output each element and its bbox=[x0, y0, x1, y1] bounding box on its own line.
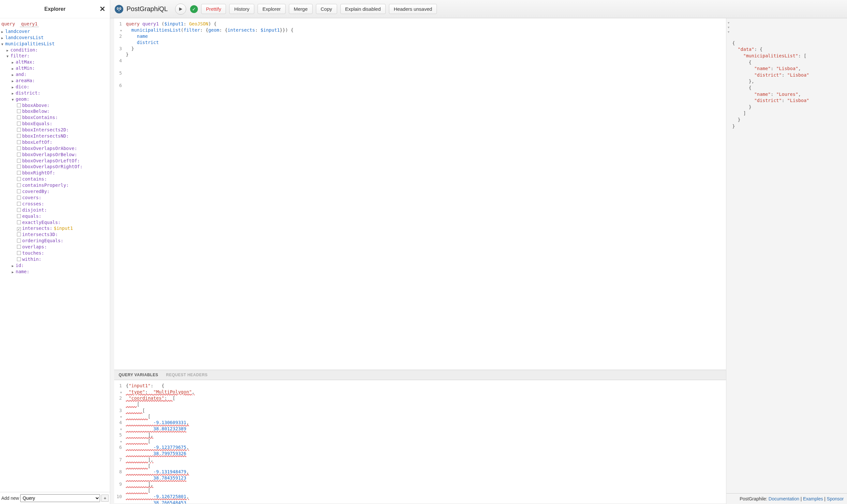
variables-code[interactable]: {"input1": { "type": "MultiPolygon", "co… bbox=[124, 380, 726, 504]
checkbox[interactable] bbox=[17, 103, 21, 107]
tree-node[interactable]: covers: bbox=[1, 195, 108, 201]
execute-button[interactable] bbox=[175, 4, 186, 15]
disclosure-icon[interactable]: ▼ bbox=[1, 42, 5, 47]
checkbox[interactable] bbox=[17, 196, 21, 199]
tree-node[interactable]: ▶name: bbox=[1, 269, 108, 275]
tree-node[interactable]: equals: bbox=[1, 213, 108, 219]
checkbox[interactable] bbox=[17, 109, 21, 113]
tree-node[interactable]: bboxOverlapsOrAbove: bbox=[1, 145, 108, 151]
disclosure-icon[interactable]: ▶ bbox=[1, 30, 5, 34]
checkbox[interactable] bbox=[17, 183, 21, 187]
checkbox[interactable] bbox=[17, 251, 21, 255]
disclosure-icon[interactable]: ▶ bbox=[12, 73, 16, 77]
checkbox[interactable] bbox=[17, 232, 21, 236]
tree-node[interactable]: ▶landcover bbox=[1, 29, 108, 35]
tree-node[interactable]: within: bbox=[1, 256, 108, 263]
checkbox[interactable] bbox=[17, 165, 21, 168]
explorer-query-row[interactable]: query query1 bbox=[1, 21, 108, 27]
tree-node[interactable]: ▼filter: bbox=[1, 53, 108, 59]
checkbox[interactable] bbox=[17, 257, 21, 261]
tab-query-variables[interactable]: QUERY VARIABLES bbox=[119, 373, 158, 377]
checkbox[interactable] bbox=[17, 239, 21, 242]
copy-button[interactable]: Copy bbox=[316, 4, 337, 14]
tree-node[interactable]: orderingEquals: bbox=[1, 238, 108, 244]
disclosure-icon[interactable]: ▶ bbox=[12, 264, 16, 268]
disclosure-icon[interactable]: ▶ bbox=[12, 270, 16, 274]
tree-node[interactable]: ▼municipalitiesList bbox=[1, 41, 108, 47]
merge-button[interactable]: Merge bbox=[289, 4, 313, 14]
tree-node[interactable]: exactlyEquals: bbox=[1, 219, 108, 226]
headers-button[interactable]: Headers unsaved bbox=[389, 4, 437, 14]
checkbox[interactable] bbox=[17, 171, 21, 175]
checkbox[interactable] bbox=[17, 190, 21, 193]
tree-node[interactable]: crosses: bbox=[1, 201, 108, 207]
tree-node[interactable]: bboxRightOf: bbox=[1, 170, 108, 176]
tree-node[interactable]: bboxOverlapsOrRightOf: bbox=[1, 164, 108, 170]
tree-node[interactable]: ▶id: bbox=[1, 263, 108, 269]
checkbox[interactable] bbox=[17, 220, 21, 224]
explain-button[interactable]: Explain disabled bbox=[340, 4, 386, 14]
checkbox[interactable] bbox=[17, 128, 21, 132]
disclosure-icon[interactable]: ▶ bbox=[12, 79, 16, 84]
tree-node[interactable]: ▶dico: bbox=[1, 84, 108, 90]
footer-link-sponsor[interactable]: Sponsor bbox=[827, 496, 844, 501]
tree-node[interactable]: ▶areaHa: bbox=[1, 77, 108, 84]
checkbox[interactable] bbox=[17, 134, 21, 138]
checkbox[interactable] bbox=[17, 214, 21, 218]
checkbox[interactable] bbox=[17, 115, 21, 119]
history-button[interactable]: History bbox=[229, 4, 254, 14]
disclosure-icon[interactable]: ▶ bbox=[12, 60, 16, 65]
explorer-button[interactable]: Explorer bbox=[257, 4, 286, 14]
checkbox[interactable] bbox=[17, 152, 21, 157]
checkbox[interactable] bbox=[17, 227, 21, 231]
tab-request-headers[interactable]: REQUEST HEADERS bbox=[166, 373, 208, 377]
add-new-button[interactable]: + bbox=[102, 494, 109, 502]
tree-node[interactable]: coveredBy: bbox=[1, 188, 108, 195]
tree-node[interactable]: bboxLeftOf: bbox=[1, 139, 108, 145]
disclosure-icon[interactable]: ▼ bbox=[12, 97, 16, 102]
checkbox[interactable] bbox=[17, 122, 21, 126]
tree-node[interactable]: ▶condition: bbox=[1, 47, 108, 53]
results-output[interactable]: ▼▼▼ { "data": { "municipalitiesList": [ … bbox=[726, 18, 847, 493]
tree-node[interactable]: bboxIntersectsND: bbox=[1, 133, 108, 139]
tree-node[interactable]: ▼geom: bbox=[1, 96, 108, 102]
tree-node[interactable]: ▶and: bbox=[1, 71, 108, 77]
footer-link-docs[interactable]: Documentation bbox=[769, 496, 799, 501]
query-editor[interactable]: 1 ▼2 3 4 5 6 query query1 ($input1: GeoJ… bbox=[114, 18, 726, 370]
checkbox[interactable] bbox=[17, 245, 21, 249]
checkbox[interactable] bbox=[17, 140, 21, 144]
disclosure-icon[interactable]: ▼ bbox=[6, 54, 11, 59]
checkbox[interactable] bbox=[17, 177, 21, 181]
add-new-select[interactable]: Query bbox=[20, 494, 100, 502]
tree-node[interactable]: bboxEquals: bbox=[1, 121, 108, 127]
tree-node[interactable]: bboxOverlapsOrBelow: bbox=[1, 151, 108, 158]
tree-node[interactable]: ▶altMax: bbox=[1, 59, 108, 65]
tree-node[interactable]: contains: bbox=[1, 176, 108, 182]
tree-node[interactable]: disjoint: bbox=[1, 207, 108, 213]
tree-node[interactable]: bboxContains: bbox=[1, 114, 108, 121]
footer-link-examples[interactable]: Examples bbox=[803, 496, 823, 501]
tree-node[interactable]: bboxIntersects2D: bbox=[1, 127, 108, 133]
disclosure-icon[interactable]: ▶ bbox=[12, 91, 16, 96]
tree-node[interactable]: intersects3D: bbox=[1, 232, 108, 238]
disclosure-icon[interactable]: ▶ bbox=[12, 85, 16, 90]
tree-node[interactable]: ▶landcoversList bbox=[1, 35, 108, 41]
tree-node[interactable]: intersects:$input1 bbox=[1, 225, 108, 232]
variables-editor[interactable]: 1 ▼2 3 ▼4 ▼5 ▼6 7 8 9 10 11 12 13 14 15 … bbox=[114, 380, 726, 504]
checkbox[interactable] bbox=[17, 208, 21, 212]
explorer-close-icon[interactable]: ✕ bbox=[100, 5, 105, 13]
tree-node[interactable]: overlaps: bbox=[1, 244, 108, 250]
tree-node[interactable]: containsProperly: bbox=[1, 182, 108, 188]
query-code[interactable]: query query1 ($input1: GeoJSON) { munici… bbox=[124, 18, 726, 370]
disclosure-icon[interactable]: ▶ bbox=[1, 36, 5, 40]
tree-node[interactable]: touches: bbox=[1, 250, 108, 256]
tree-node[interactable]: ▶district: bbox=[1, 90, 108, 96]
disclosure-icon[interactable]: ▶ bbox=[6, 48, 11, 53]
checkbox[interactable] bbox=[17, 146, 21, 150]
disclosure-icon[interactable]: ▶ bbox=[12, 67, 16, 71]
explorer-tree[interactable]: query query1 ▶landcover▶landcoversList▼m… bbox=[0, 18, 110, 492]
tree-node[interactable]: ▶altMin: bbox=[1, 65, 108, 71]
query-name-input[interactable]: query1 bbox=[20, 21, 39, 27]
checkbox[interactable] bbox=[17, 159, 21, 163]
tree-node[interactable]: bboxAbove: bbox=[1, 102, 108, 109]
